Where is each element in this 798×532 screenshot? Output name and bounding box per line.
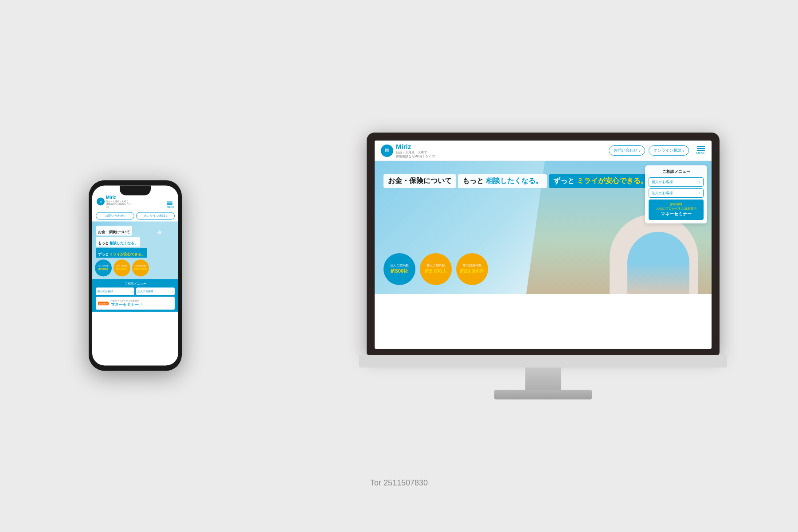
monitor-stand-base bbox=[494, 390, 592, 399]
phone-hero-line2-prefix: もっと bbox=[98, 241, 110, 245]
logo-name: Miriz bbox=[396, 143, 435, 150]
stat-circle-2: 個人ご契約数 約5,000人 bbox=[420, 253, 452, 285]
phone-hero-tag2: もっと 相談したくなる。 bbox=[96, 237, 140, 247]
monitor-stand-neck bbox=[525, 368, 561, 390]
phone-logo-sub2: 保険相談ならMiriz(ミライズ) bbox=[106, 203, 133, 208]
seminar-free-label: 参加無料 お金のプロから学ぶ資産運用 bbox=[651, 202, 701, 211]
hero-section: ✈ お金・保険について もっと 相談したくなる。 ずっと ミライが安心できる。 bbox=[375, 161, 712, 294]
hero-line2-highlight: 相談したくなる。 bbox=[486, 177, 543, 184]
menu-line3 bbox=[697, 150, 705, 151]
tor-text: Tor 2511507830 bbox=[370, 478, 428, 488]
phone-hero-line3-prefix: ずっと bbox=[98, 252, 110, 256]
phone-btn-individual[interactable]: 個人のお客様 › bbox=[96, 288, 134, 295]
phone-free-badge: 参加無料 bbox=[98, 301, 109, 305]
hero-tag3: ずっと ミライが安心できる。 bbox=[549, 174, 652, 188]
phone-logo-icon: M bbox=[97, 197, 105, 205]
phone-menu-label: MENU bbox=[167, 206, 174, 208]
phone-stat2: 個人ご契約数 約5,000人 bbox=[113, 260, 130, 277]
phone-device: M Miriz 仙台・大河原・大崎で 保険相談ならMiriz(ミライズ) MEN… bbox=[89, 180, 182, 371]
online-consult-button[interactable]: オンライン相談 › bbox=[649, 145, 689, 156]
phone-notch bbox=[120, 186, 151, 196]
hero-arch-inner bbox=[627, 232, 689, 294]
phone-stats-row: 法人ご契約数 約500社 個人ご契約数 約5,000人 年間取扱件数 約20,0… bbox=[95, 260, 149, 277]
monitor-chin bbox=[359, 355, 727, 368]
phone-hero-tag1: お金・保険について bbox=[96, 226, 132, 236]
hero-line3-highlight: ミライが安心できる。 bbox=[577, 177, 648, 184]
phone-hero-line1: お金・保険について bbox=[98, 230, 130, 234]
hero-line3-prefix: ずっと bbox=[553, 177, 576, 184]
phone-consult-buttons: 個人のお客様 › 法人のお客様 › bbox=[96, 288, 175, 295]
phone-logo: M Miriz 仙台・大河原・大崎で 保険相談ならMiriz(ミライズ) bbox=[97, 195, 133, 208]
monitor-outer-shell: M Miriz 仙台・大河原・大崎で 保険相談ならMiriz(ミライズ) お問い… bbox=[367, 133, 720, 355]
seminar-title: マネーセミナー bbox=[651, 211, 701, 217]
logo-sub2: 保険相談ならMiriz(ミライズ) bbox=[396, 154, 435, 158]
phone-menu-icon[interactable]: MENU bbox=[167, 202, 174, 208]
phone-hero-line2-highlight: 相談したくなる。 bbox=[110, 241, 138, 245]
phone-hero-line3-highlight: ミライが安心できる。 bbox=[110, 252, 145, 256]
phone-stat3: 年間取扱件数 約20,000件 bbox=[132, 260, 149, 277]
seminar-button[interactable]: 参加無料 お金のプロから学ぶ資産運用 マネーセミナー bbox=[649, 200, 704, 220]
phone-nav-buttons: お問い合わせ › オンライン相談 › bbox=[92, 211, 178, 222]
phone-seminar-text-area: お金のプロから学ぶ資産運用 マネーセミナー bbox=[110, 299, 139, 308]
phone-stat1: 法人ご契約数 約500社 bbox=[95, 260, 112, 277]
phone-btn-contact[interactable]: お問い合わせ › bbox=[96, 212, 134, 220]
site-logo: M Miriz 仙台・大河原・大崎で 保険相談ならMiriz(ミライズ) bbox=[381, 143, 435, 158]
site-header: M Miriz 仙台・大河原・大崎で 保険相談ならMiriz(ミライズ) お問い… bbox=[375, 141, 712, 161]
consult-panel: ご相談メニュー 個人のお客様 › 法人のお客様 › 参加無料 お bbox=[645, 165, 707, 223]
phone-hero-text: お金・保険について もっと 相談したくなる。 ずっと ミライが安心できる。 bbox=[96, 226, 178, 259]
phone-free-badges: 参加無料 bbox=[98, 301, 109, 305]
desktop-monitor: M Miriz 仙台・大河原・大崎で 保険相談ならMiriz(ミライズ) お問い… bbox=[359, 133, 727, 399]
phone-btn-online[interactable]: オンライン相談 › bbox=[136, 212, 175, 220]
phone-menu-line3 bbox=[167, 204, 172, 205]
phone-seminar-inner: 参加無料 お金のプロから学ぶ資産運用 マネーセミナー › bbox=[98, 299, 172, 308]
phone-hero-section: お金・保険について もっと 相談したくなる。 ずっと ミライが安心できる。 ✈ … bbox=[92, 222, 178, 279]
hero-line2-prefix: もっと bbox=[462, 177, 485, 184]
header-navigation: お問い合わせ › オンライン相談 › MENU bbox=[609, 145, 705, 156]
consult-individual-btn[interactable]: 個人のお客様 › bbox=[649, 177, 704, 187]
phone-menu-line2 bbox=[167, 203, 172, 204]
phone-btn-corporate[interactable]: 法人のお客様 › bbox=[136, 288, 175, 295]
hero-tag1: お金・保険について bbox=[383, 174, 456, 188]
consult-title: ご相談メニュー bbox=[649, 169, 704, 175]
phone-seminar-arrow: › bbox=[141, 301, 142, 306]
phone-menu-line1 bbox=[167, 202, 172, 203]
hero-tag2: もっと 相談したくなる。 bbox=[458, 174, 547, 188]
phone-hero-tag3: ずっと ミライが安心できる。 bbox=[96, 248, 147, 258]
menu-line1 bbox=[697, 146, 705, 147]
logo-sub1: 仙台・大河原・大崎で bbox=[396, 150, 435, 154]
contact-button[interactable]: お問い合わせ › bbox=[609, 145, 645, 156]
phone-seminar-button[interactable]: 参加無料 お金のプロから学ぶ資産運用 マネーセミナー › bbox=[96, 297, 175, 310]
stat-circle-1: 法人ご契約数 約500社 bbox=[383, 253, 415, 285]
stat-circle-3: 年間取扱件数 約20,000件 bbox=[456, 253, 488, 285]
phone-consult-section: ご相談メニュー 個人のお客様 › 法人のお客様 › bbox=[92, 279, 178, 312]
hero-text-area: お金・保険について もっと 相談したくなる。 ずっと ミライが安心できる。 bbox=[383, 174, 652, 191]
logo-text-area: Miriz 仙台・大河原・大崎で 保険相談ならMiriz(ミライズ) bbox=[396, 143, 435, 158]
phone-seminar-title: マネーセミナー bbox=[110, 302, 139, 308]
hero-line1: お金・保険について bbox=[388, 177, 452, 184]
menu-label: MENU bbox=[696, 152, 705, 155]
phone-outer-shell: M Miriz 仙台・大河原・大崎で 保険相談ならMiriz(ミライズ) MEN… bbox=[89, 180, 182, 371]
phone-consult-title: ご相談メニュー bbox=[96, 282, 175, 286]
phone-logo-text: Miriz 仙台・大河原・大崎で 保険相談ならMiriz(ミライズ) bbox=[106, 195, 133, 208]
stats-row: 法人ご契約数 約500社 個人ご契約数 約5,000人 年間取扱件数 約20,0… bbox=[383, 253, 488, 285]
phone-logo-name: Miriz bbox=[106, 195, 133, 200]
monitor-screen: M Miriz 仙台・大河原・大崎で 保険相談ならMiriz(ミライズ) お問い… bbox=[375, 141, 712, 349]
consult-corporate-btn[interactable]: 法人のお客様 › bbox=[649, 188, 704, 198]
site-footer-area bbox=[375, 294, 712, 349]
menu-icon[interactable]: MENU bbox=[696, 146, 705, 155]
phone-screen: M Miriz 仙台・大河原・大崎で 保険相談ならMiriz(ミライズ) MEN… bbox=[92, 186, 178, 366]
phone-site-header: M Miriz 仙台・大河原・大崎で 保険相談ならMiriz(ミライズ) MEN… bbox=[92, 196, 178, 211]
logo-icon: M bbox=[381, 145, 393, 157]
menu-line2 bbox=[697, 148, 705, 149]
page-background: M Miriz 仙台・大河原・大崎で 保険相談ならMiriz(ミライズ) MEN… bbox=[0, 0, 798, 532]
